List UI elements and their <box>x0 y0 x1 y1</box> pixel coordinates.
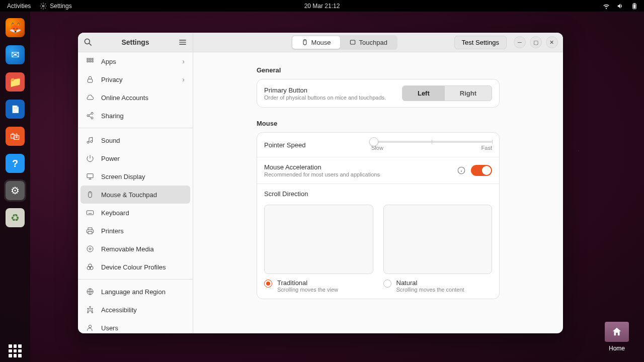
acceleration-subtitle: Recommended for most users and applicati… <box>264 171 457 177</box>
dock-settings[interactable]: ⚙ <box>4 179 26 202</box>
dock-trash[interactable]: ♻ <box>4 207 26 229</box>
sidebar-item-colour-profiles[interactable]: Device Colour Profiles <box>78 258 193 276</box>
svg-point-14 <box>91 117 93 119</box>
svg-point-4 <box>85 39 90 44</box>
sidebar-item-printers[interactable]: Printers <box>78 222 193 240</box>
sidebar-item-privacy[interactable]: Privacy› <box>78 70 193 88</box>
svg-rect-8 <box>87 61 89 62</box>
top-bar: Activities Settings 20 Mar 21:12 <box>0 0 644 12</box>
sidebar-item-apps[interactable]: Apps› <box>78 52 193 70</box>
volume-icon[interactable] <box>617 3 624 10</box>
general-card: Primary Button Order of physical buttons… <box>257 79 500 108</box>
acceleration-toggle[interactable] <box>471 165 492 176</box>
minimize-button[interactable]: ─ <box>514 36 526 48</box>
chevron-right-icon: › <box>182 57 185 65</box>
scroll-preview-natural[interactable] <box>383 205 493 274</box>
scroll-radio-traditional[interactable]: Traditional Scrolling moves the view <box>264 279 373 293</box>
primary-button-subtitle: Order of physical buttons on mice and to… <box>264 95 402 101</box>
svg-point-13 <box>87 115 89 117</box>
desktop-home-folder[interactable]: Home <box>605 322 629 352</box>
svg-rect-20 <box>88 231 92 234</box>
svg-point-12 <box>91 112 93 114</box>
sidebar-item-online-accounts[interactable]: Online Accounts <box>78 88 193 107</box>
primary-button-row: Primary Button Order of physical buttons… <box>257 79 499 107</box>
svg-rect-11 <box>88 79 92 82</box>
acceleration-row: Mouse Acceleration Recommended for most … <box>257 157 499 184</box>
wifi-icon[interactable] <box>603 3 610 10</box>
scroll-direction-row: Scroll Direction Traditional Scrolling m… <box>257 184 499 299</box>
svg-point-15 <box>87 141 89 143</box>
close-button[interactable]: ✕ <box>546 36 558 48</box>
svg-point-0 <box>43 5 45 7</box>
pointer-speed-row: Pointer Speed Slow Fast <box>257 133 499 157</box>
svg-rect-7 <box>92 58 93 60</box>
clock[interactable]: 20 Mar 21:12 <box>304 3 340 10</box>
sidebar-item-language[interactable]: Language and Region <box>78 283 193 301</box>
svg-point-21 <box>87 246 93 252</box>
mouse-heading: Mouse <box>257 120 500 127</box>
scroll-direction-title: Scroll Direction <box>264 190 492 198</box>
maximize-button[interactable]: ▢ <box>530 36 542 48</box>
dock-software[interactable]: 🛍 <box>4 125 26 147</box>
sidebar-item-mouse-touchpad[interactable]: Mouse & Touchpad <box>80 186 190 204</box>
dock-help[interactable]: ? <box>4 152 26 174</box>
sidebar-item-accessibility[interactable]: Accessibility <box>78 301 193 319</box>
window-title: Settings <box>93 38 178 46</box>
hamburger-icon[interactable] <box>178 37 188 47</box>
slider-thumb[interactable] <box>369 137 378 146</box>
show-applications[interactable] <box>4 340 26 362</box>
content-area: Mouse Touchpad Test Settings ─ ▢ ✕ Gener… <box>193 33 563 333</box>
sidebar-item-keyboard[interactable]: Keyboard <box>78 204 193 222</box>
info-icon[interactable] <box>457 166 466 175</box>
dock-files[interactable]: 📁 <box>4 71 26 93</box>
acceleration-title: Mouse Acceleration <box>264 163 457 171</box>
scroll-radio-natural[interactable]: Natural Scrolling moves the content <box>383 279 493 293</box>
mouse-card: Pointer Speed Slow Fast <box>257 132 500 299</box>
tab-group: Mouse Touchpad <box>291 35 397 50</box>
sidebar-list[interactable]: Apps› Privacy› Online Accounts Sharing S… <box>78 52 193 333</box>
svg-rect-10 <box>92 61 93 62</box>
app-menu-label: Settings <box>50 3 71 10</box>
sidebar-item-screen-display[interactable]: Screen Display <box>78 167 193 186</box>
battery-icon[interactable] <box>631 3 638 10</box>
primary-right-button[interactable]: Right <box>445 86 492 101</box>
app-menu[interactable]: Settings <box>40 3 71 10</box>
radio-icon <box>264 280 272 288</box>
primary-button-title: Primary Button <box>264 86 402 94</box>
svg-point-28 <box>89 325 91 328</box>
general-heading: General <box>257 66 500 74</box>
settings-window: Settings Apps› Privacy› Online Accounts … <box>78 33 563 333</box>
svg-point-22 <box>89 248 91 250</box>
dock-writer[interactable]: 📄 <box>4 98 26 120</box>
dock-firefox[interactable]: 🦊 <box>4 17 26 39</box>
desktop-home-label: Home <box>605 345 629 352</box>
tab-mouse[interactable]: Mouse <box>292 36 340 49</box>
radio-icon <box>383 280 391 288</box>
search-icon[interactable] <box>83 37 93 47</box>
chevron-right-icon: › <box>182 75 185 83</box>
sidebar-item-removable-media[interactable]: Removable Media <box>78 240 193 258</box>
svg-rect-3 <box>633 4 636 8</box>
dock-thunderbird[interactable]: ✉ <box>4 44 26 66</box>
svg-point-16 <box>91 141 93 143</box>
svg-rect-30 <box>350 40 355 44</box>
sidebar-item-sharing[interactable]: Sharing <box>78 107 193 125</box>
test-settings-button[interactable]: Test Settings <box>454 36 507 49</box>
svg-rect-9 <box>90 61 91 62</box>
pointer-speed-slider[interactable] <box>371 141 492 143</box>
svg-rect-6 <box>90 58 91 60</box>
sidebar-item-users[interactable]: Users <box>78 319 193 333</box>
sidebar-item-sound[interactable]: Sound <box>78 131 193 149</box>
svg-rect-2 <box>633 3 635 4</box>
sidebar-item-power[interactable]: Power <box>78 149 193 167</box>
svg-point-27 <box>90 306 91 308</box>
tab-touchpad[interactable]: Touchpad <box>340 36 396 49</box>
activities-button[interactable]: Activities <box>7 3 31 10</box>
scroll-preview-traditional[interactable] <box>264 205 373 274</box>
primary-left-button[interactable]: Left <box>403 86 445 101</box>
content-body[interactable]: General Primary Button Order of physical… <box>193 52 563 333</box>
pointer-speed-title: Pointer Speed <box>264 141 305 149</box>
svg-rect-5 <box>87 58 89 60</box>
svg-rect-19 <box>87 211 93 215</box>
sidebar: Settings Apps› Privacy› Online Accounts … <box>78 33 193 333</box>
